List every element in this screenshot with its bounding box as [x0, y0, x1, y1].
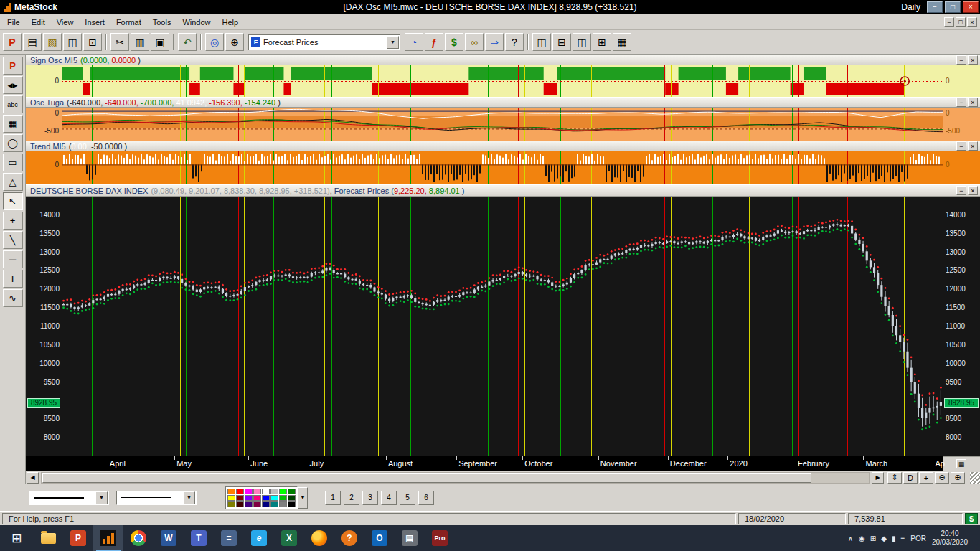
color-swatch[interactable]	[236, 489, 244, 494]
dock-arrows-button[interactable]: ◀▶	[3, 76, 23, 94]
undo-button[interactable]: ↶	[178, 33, 197, 51]
color-swatch[interactable]	[288, 501, 296, 507]
trendline-tool-button[interactable]: ╲	[3, 231, 23, 249]
taskbar-firefox[interactable]	[304, 525, 334, 551]
panel-trend-header[interactable]: Trend MI5 (0.00, -50.0000 ) − ×	[26, 141, 980, 151]
color-swatch[interactable]	[262, 495, 270, 501]
color-swatch[interactable]	[279, 495, 287, 501]
scroll-right-button[interactable]: ▶	[872, 472, 884, 484]
color-swatch[interactable]	[236, 501, 244, 507]
zoom-in-button[interactable]: ⊕	[951, 472, 965, 484]
taskbar-metastock[interactable]	[93, 525, 123, 551]
panel-sign-osc-header[interactable]: Sign Osc MI5 (0.0000, 0.0000 ) − ×	[26, 55, 980, 65]
pan-button[interactable]: +	[919, 472, 933, 484]
color-swatch[interactable]	[253, 495, 261, 501]
taskbar-chrome[interactable]	[123, 525, 154, 551]
color-swatch[interactable]	[236, 495, 244, 501]
color-swatch[interactable]	[279, 501, 287, 507]
color-swatch[interactable]	[279, 489, 287, 494]
panel-minimize-button[interactable]: −	[956, 186, 966, 195]
paste-button[interactable]: ▣	[151, 33, 169, 51]
taskbar-word[interactable]: W	[154, 525, 184, 551]
minimize-button[interactable]: −	[927, 1, 943, 13]
panel-osc-tuga-header[interactable]: Osc Tuga (-640.000, -640.000, -700.000, …	[26, 97, 980, 108]
indicator-select[interactable]: FForecast Prices▼	[248, 34, 400, 50]
scroll-left-button[interactable]: ◀	[27, 472, 39, 484]
palette-dropdown-button[interactable]: ▼	[298, 487, 308, 509]
menu-help[interactable]: Help	[217, 16, 245, 29]
pointer-tool-button[interactable]: ↖	[3, 192, 23, 210]
child-close-button[interactable]: ×	[967, 17, 977, 27]
zoom-out-button[interactable]: ⊖	[935, 472, 949, 484]
ellipse-tool-button[interactable]: ◯	[3, 134, 23, 152]
explorer-button[interactable]: ◔	[405, 33, 423, 51]
chevron-down-icon[interactable]: ▼	[183, 491, 195, 504]
color-swatch[interactable]	[262, 501, 270, 507]
panel-minimize-button[interactable]: −	[956, 55, 966, 65]
taskbar-file-explorer[interactable]	[33, 525, 63, 551]
window-options-button[interactable]: ▦	[613, 33, 631, 51]
print-button[interactable]: ◫	[63, 33, 82, 51]
line-style-select[interactable]: ▼	[29, 491, 109, 505]
color-swatch[interactable]	[227, 495, 235, 501]
arrange-icons-button[interactable]: ⊞	[593, 33, 611, 51]
vertical-scale-button[interactable]: ⇕	[887, 472, 902, 484]
text-tool-button[interactable]: abc	[3, 95, 23, 113]
rectangle-tool-button[interactable]: ▭	[3, 154, 23, 171]
tray-expand-icon[interactable]: ∧	[848, 534, 853, 542]
chart-template-4-button[interactable]: 4	[381, 491, 397, 505]
trend-mi5-chart[interactable]	[62, 151, 943, 184]
help-pointer-button[interactable]: ?	[505, 33, 524, 51]
chart-template-3-button[interactable]: 3	[362, 491, 378, 505]
tray-icon[interactable]: ⊞	[870, 534, 876, 542]
grid-tool-button[interactable]: ▦	[3, 115, 23, 133]
chevron-down-icon[interactable]: ▼	[387, 36, 399, 49]
menu-tools[interactable]: Tools	[147, 16, 177, 29]
color-swatch[interactable]	[270, 495, 278, 501]
tray-icon[interactable]: ▮	[892, 534, 896, 542]
panel-close-button[interactable]: ×	[968, 55, 978, 65]
tray-icon[interactable]: ≡	[900, 534, 905, 542]
color-swatch[interactable]	[270, 501, 278, 507]
price-left-axis[interactable]: 1400013500130001250012000115001100010500…	[26, 197, 62, 456]
menu-file[interactable]: File	[1, 16, 26, 29]
tile-horizontal-button[interactable]: ⊟	[552, 33, 571, 51]
color-swatch[interactable]	[262, 489, 270, 494]
resize-grip[interactable]	[970, 472, 980, 484]
taskbar-excel[interactable]: X	[274, 525, 304, 551]
taskbar-teams[interactable]: T	[184, 525, 214, 551]
line-weight-select[interactable]: ▼	[116, 491, 197, 505]
color-swatch[interactable]	[245, 489, 253, 494]
tray-icon[interactable]: ◉	[859, 534, 865, 542]
language-indicator[interactable]: POR	[910, 534, 926, 542]
text-cursor-tool-button[interactable]: I	[3, 270, 23, 288]
triangle-tool-button[interactable]: △	[3, 173, 23, 191]
panel-close-button[interactable]: ×	[968, 141, 978, 151]
menu-window[interactable]: Window	[176, 16, 216, 29]
time-axis[interactable]: AprilMayJuneJulyAugustSeptemberOctoberNo…	[26, 456, 980, 471]
menu-format[interactable]: Format	[110, 16, 147, 29]
panel-minimize-button[interactable]: −	[956, 98, 966, 107]
taskbar-outlook[interactable]: O	[364, 525, 395, 551]
color-swatch[interactable]	[270, 489, 278, 494]
chart-properties-button[interactable]: ▦	[956, 459, 966, 468]
restore-button[interactable]: □	[945, 1, 961, 13]
metastock-menu-button[interactable]: P	[3, 33, 22, 51]
metastock-p-button[interactable]: P	[3, 57, 23, 75]
regression-tool-button[interactable]: ∿	[3, 289, 23, 307]
taskbar-calculator[interactable]: =	[214, 525, 244, 551]
crosshair-tool-button[interactable]: +	[3, 212, 23, 230]
periodicity-daily-button[interactable]: D	[903, 472, 918, 484]
color-swatch[interactable]	[245, 495, 253, 501]
price-chart[interactable]	[62, 197, 943, 456]
menu-view[interactable]: View	[51, 16, 80, 29]
horizontal-line-tool-button[interactable]: ─	[3, 250, 23, 268]
color-swatch[interactable]	[288, 495, 296, 501]
crosshair-button[interactable]: ◎	[205, 33, 224, 51]
taskbar-pro[interactable]: Pro	[425, 525, 455, 551]
copy-button[interactable]: ▥	[131, 33, 149, 51]
zoom-page-button[interactable]: ⊡	[83, 33, 102, 51]
downloader-button[interactable]: ⇒	[485, 33, 504, 51]
close-button[interactable]: ×	[963, 1, 979, 13]
horizontal-scrollbar[interactable]: ◀ ▶ ⇕D+⊖⊕	[26, 471, 980, 484]
